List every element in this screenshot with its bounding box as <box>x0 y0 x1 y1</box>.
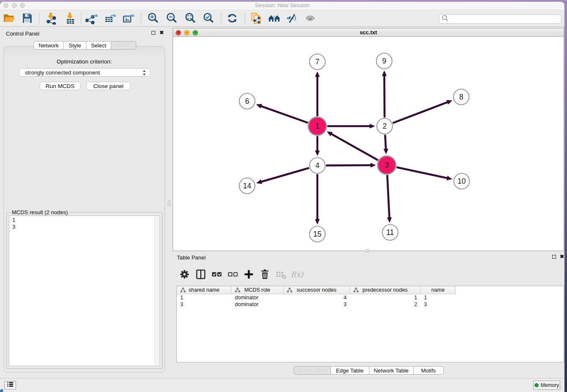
search-icon <box>441 14 449 24</box>
first-neighbors-icon[interactable] <box>267 11 281 25</box>
task-list-icon <box>7 381 14 389</box>
graph-edge-2-3[interactable] <box>385 135 386 149</box>
result-scrollbar[interactable] <box>154 216 159 365</box>
export-table-icon[interactable] <box>103 11 118 25</box>
node-table: shared nameMCDS rolesuccessor nodesprede… <box>176 286 564 362</box>
export-image-icon[interactable] <box>121 11 136 25</box>
criterion-dropdown[interactable]: strongly connected component <box>19 68 150 77</box>
graph-node-label-11: 11 <box>386 228 394 237</box>
hide-selected-icon[interactable] <box>285 11 300 25</box>
table-panel-float-icon[interactable] <box>552 255 556 259</box>
graph-edge-2-8[interactable] <box>393 102 448 123</box>
clone-network-icon[interactable] <box>249 11 263 25</box>
graph-node-label-8: 8 <box>459 93 463 101</box>
add-column-icon[interactable] <box>241 268 257 281</box>
column-header-successor-nodes[interactable]: successor nodes <box>284 286 350 294</box>
table-row[interactable]: 1dominator411 <box>177 294 564 301</box>
tab-network[interactable]: Network <box>33 41 64 50</box>
app-title: Session: New Session <box>0 2 564 8</box>
delete-table-icon <box>273 268 289 281</box>
graph-arrowhead-4-14 <box>256 179 262 184</box>
graph-arrowhead-2-3 <box>383 149 388 154</box>
graph-edge-3-1[interactable] <box>331 134 378 160</box>
table-panel: Table Panel ✖ f(x) shared nameMCDS roles… <box>173 254 564 378</box>
column-header-predecessor-nodes[interactable]: predecessor nodes <box>350 286 421 294</box>
show-column-icon[interactable] <box>193 268 209 281</box>
select-all-rows-icon[interactable] <box>209 268 225 281</box>
zoom-out-icon[interactable] <box>165 11 179 25</box>
table-header-row: shared nameMCDS rolesuccessor nodesprede… <box>177 286 564 294</box>
graph-arrowhead-3-10 <box>446 176 452 180</box>
graph-node-label-1: 1 <box>315 122 319 130</box>
column-header-shared-name[interactable]: shared name <box>177 286 231 294</box>
tab-mcds[interactable]: MCDS <box>111 41 136 50</box>
cell-predecessor-nodes: 1 <box>350 294 421 301</box>
import-table-icon[interactable] <box>63 11 77 25</box>
search-box[interactable] <box>439 14 561 24</box>
graph-edge-4-14[interactable] <box>261 168 309 182</box>
zoom-selected-icon[interactable] <box>201 11 216 25</box>
graph-edge-3-11[interactable] <box>387 175 389 218</box>
column-header-label: MCDS role <box>244 287 270 293</box>
close-panel-button[interactable]: Close panel <box>86 82 130 90</box>
table-panel-close-icon[interactable]: ✖ <box>560 254 564 259</box>
graph-edge-4-3[interactable] <box>326 165 371 166</box>
graph-edge-1-6[interactable] <box>261 106 308 123</box>
run-mcds-button[interactable]: Run MCDS <box>40 82 80 90</box>
table-tab-network-table[interactable]: Network Table <box>369 366 414 375</box>
optimization-criterion-label: Optimization criterion: <box>4 58 165 65</box>
task-history-button[interactable] <box>4 381 16 389</box>
cell-shared-name: 1 <box>177 294 231 301</box>
table-tabs: Node TableEdge TableNetwork TableMotifs <box>173 366 564 375</box>
import-network-icon[interactable] <box>44 11 59 25</box>
cell-MCDS-role: dominator <box>231 294 284 301</box>
vertical-splitter-handle[interactable] <box>168 201 171 206</box>
horizontal-splitter-handle[interactable] <box>366 249 369 252</box>
export-network-icon[interactable] <box>85 11 99 25</box>
refresh-icon[interactable] <box>225 11 239 25</box>
table-tab-node-table[interactable]: Node Table <box>294 366 331 375</box>
graph-edge-2-9[interactable] <box>384 75 385 117</box>
memory-label: Memory <box>541 382 559 388</box>
graph-arrowhead-2-8 <box>446 100 452 104</box>
cell-successor-nodes: 3 <box>284 301 350 308</box>
control-panel-float-icon[interactable] <box>151 31 155 35</box>
mcds-result-list[interactable]: 13 <box>9 215 160 366</box>
network-graph: 1234678910111415 <box>173 37 564 251</box>
mcds-result-item[interactable]: 3 <box>12 224 160 230</box>
graph-arrowhead-1-4 <box>315 151 319 156</box>
search-input[interactable] <box>449 15 561 23</box>
column-header-label: name <box>431 287 444 293</box>
open-file-icon[interactable] <box>2 11 16 25</box>
toolbar-separator <box>81 13 81 24</box>
control-panel-tabs: NetworkStyleSelectMCDS <box>33 41 136 50</box>
tab-style[interactable]: Style <box>64 41 86 50</box>
network-window-title: scc.txt <box>173 29 564 36</box>
graph-node-label-9: 9 <box>382 57 386 65</box>
table-toolbar: f(x) <box>176 266 305 282</box>
status-bar: Memory <box>0 378 564 392</box>
graph-node-label-4: 4 <box>315 161 319 170</box>
column-header-name[interactable]: name <box>421 286 456 294</box>
memory-button[interactable]: Memory <box>533 381 560 390</box>
zoom-in-icon[interactable] <box>146 11 160 25</box>
mcds-result-item[interactable]: 1 <box>12 217 160 224</box>
network-window-titlebar: ✕ − + scc.txt <box>173 28 564 37</box>
gear-icon[interactable] <box>176 268 193 281</box>
criterion-dropdown-value: strongly connected component <box>25 69 100 76</box>
fit-content-icon[interactable] <box>183 11 198 25</box>
table-row[interactable]: 3dominator323 <box>177 301 564 308</box>
control-panel-close-icon[interactable]: ✖ <box>160 30 164 35</box>
graph-arrowhead-1-6 <box>256 104 262 109</box>
tab-select[interactable]: Select <box>86 41 111 50</box>
save-session-icon[interactable] <box>20 11 34 25</box>
delete-column-icon[interactable] <box>257 268 273 281</box>
table-tab-motifs[interactable]: Motifs <box>414 366 444 375</box>
network-canvas[interactable]: 1234678910111415 <box>173 37 564 251</box>
deselect-all-rows-icon[interactable] <box>225 268 241 281</box>
table-panel-title: Table Panel <box>177 254 206 261</box>
table-tab-edge-table[interactable]: Edge Table <box>331 366 369 375</box>
column-header-MCDS-role[interactable]: MCDS role <box>231 286 284 294</box>
cell-shared-name: 3 <box>177 301 231 308</box>
graph-edge-3-10[interactable] <box>396 167 448 178</box>
